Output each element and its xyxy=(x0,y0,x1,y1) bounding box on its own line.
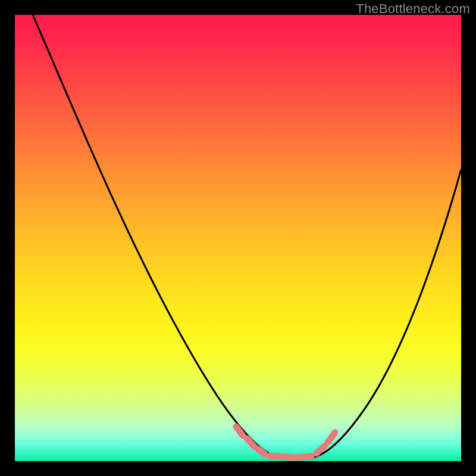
watermark-text: TheBottleneck.com xyxy=(356,1,470,17)
svg-line-3 xyxy=(270,456,293,458)
svg-line-4 xyxy=(297,456,311,458)
svg-line-2 xyxy=(258,449,265,454)
chart-frame: TheBottleneck.com xyxy=(0,0,476,476)
right-curve xyxy=(312,170,461,458)
plot-area xyxy=(15,15,461,461)
curve-overlay xyxy=(15,15,461,461)
highlight-dashes xyxy=(236,427,335,458)
svg-line-1 xyxy=(247,439,255,447)
left-curve xyxy=(33,15,280,458)
svg-line-6 xyxy=(328,433,335,442)
